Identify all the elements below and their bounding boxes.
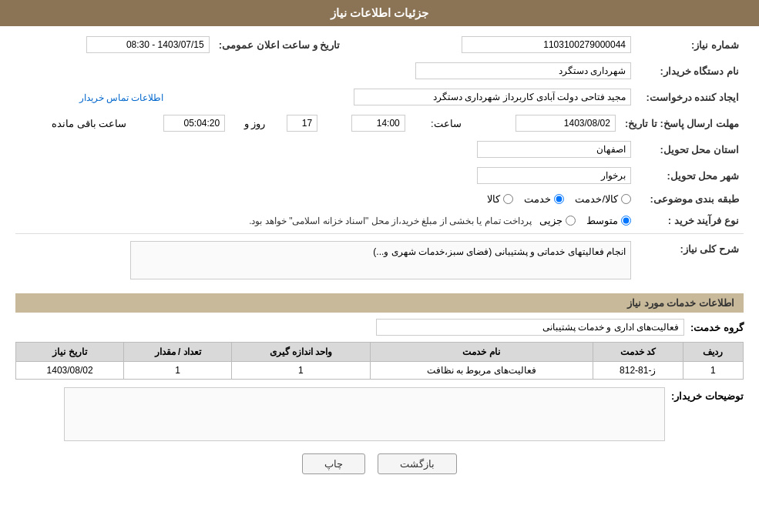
services-section-header: اطلاعات خدمات مورد نیاز [15, 293, 744, 313]
category-kala-label: کالا [487, 193, 500, 205]
category-kala-khadamat-label: کالا/خدمت [575, 193, 618, 205]
need-number-label: شماره نیاز: [636, 34, 744, 55]
category-kala-khadamat-option[interactable]: کالا/خدمت [575, 193, 631, 205]
category-khadamat-radio[interactable] [554, 194, 564, 204]
deadline-time-cell [321, 112, 410, 134]
contact-link[interactable]: اطلاعات تماس خریدار [79, 92, 164, 103]
col-name-header: نام خدمت [370, 343, 593, 362]
back-button[interactable]: بازگشت [378, 453, 457, 474]
buyer-org-input[interactable] [415, 62, 631, 79]
purchase-radio-group: متوسط جزیی [539, 215, 631, 226]
province-label: استان محل تحویل: [636, 139, 744, 160]
deadline-table: مهلت ارسال پاسخ: تا تاریخ: ساعت: روز و س… [15, 112, 744, 134]
buyer-desc-textarea[interactable] [64, 387, 665, 441]
table-cell-name: فعالیت‌های مربوط به نظافت [370, 362, 593, 380]
province-input[interactable] [477, 141, 631, 158]
category-options: کالا/خدمت خدمت کالا [15, 191, 636, 207]
deadline-days-input[interactable] [287, 115, 317, 132]
province-table: استان محل تحویل: [15, 139, 744, 160]
divider-1 [15, 233, 744, 234]
announcement-value [15, 34, 214, 55]
city-label: شهر محل تحویل: [636, 165, 744, 186]
col-quantity-header: تعداد / مقدار [124, 343, 232, 362]
print-button[interactable]: چاپ [302, 453, 365, 474]
deadline-remaining-input[interactable] [163, 115, 225, 132]
category-kala-option[interactable]: کالا [487, 193, 513, 205]
table-cell-row: 1 [683, 362, 743, 380]
announcement-label: تاریخ و ساعت اعلان عمومی: [214, 34, 345, 55]
bottom-buttons: بازگشت چاپ [15, 453, 744, 474]
deadline-date-cell [466, 112, 620, 134]
purchase-jozee-option[interactable]: جزیی [539, 215, 576, 226]
deadline-time-label: ساعت: [410, 112, 466, 134]
col-code-header: کد خدمت [593, 343, 683, 362]
purchase-jozee-radio[interactable] [566, 216, 576, 226]
service-table: ردیف کد خدمت نام خدمت واحد اندازه گیری ت… [15, 342, 744, 380]
deadline-date-input[interactable] [516, 115, 616, 132]
general-need-table: شرح کلی نیاز: انجام فعالیتهای خدماتی و پ… [15, 239, 744, 284]
creator-label: ایجاد کننده درخواست: [636, 86, 744, 108]
purchase-motavaset-radio[interactable] [621, 216, 631, 226]
city-input[interactable] [477, 167, 631, 184]
buyer-org-label: نام دستگاه خریدار: [636, 60, 744, 82]
category-table: طبقه بندی موضوعی: کالا/خدمت خدمت [15, 191, 744, 207]
buyer-org-table: نام دستگاه خریدار: [15, 60, 744, 82]
creator-value [168, 86, 636, 108]
purchase-jozee-label: جزیی [539, 215, 563, 226]
purchase-motavaset-option[interactable]: متوسط [586, 215, 631, 226]
table-cell-code: ز-81-812 [593, 362, 683, 380]
deadline-days-value [268, 112, 321, 134]
purchase-motavaset-label: متوسط [586, 215, 618, 226]
service-group-input[interactable] [376, 319, 684, 336]
category-radio-group: کالا/خدمت خدمت کالا [20, 193, 631, 205]
category-khadamat-label: خدمت [524, 193, 551, 205]
main-content: شماره نیاز: تاریخ و ساعت اعلان عمومی: نا… [0, 26, 759, 490]
general-need-label: شرح کلی نیاز: [636, 239, 744, 284]
service-group-row: گروه خدمت: [15, 319, 744, 336]
table-cell-date: 1403/08/02 [16, 362, 124, 380]
top-info-table: شماره نیاز: تاریخ و ساعت اعلان عمومی: [15, 34, 744, 55]
deadline-remaining-label: ساعت باقی مانده [15, 112, 129, 134]
category-kala-radio[interactable] [503, 194, 513, 204]
purchase-note: پرداخت تمام یا بخشی از مبلغ خرید،از محل … [249, 216, 532, 226]
purchase-type-options: متوسط جزیی پرداخت تمام یا بخشی از مبلغ خ… [15, 212, 636, 229]
category-kala-khadamat-radio[interactable] [621, 194, 631, 204]
table-row: 1ز-81-812فعالیت‌های مربوط به نظافت111403… [16, 362, 744, 380]
need-number-value [368, 34, 636, 55]
deadline-day-label: روز و [230, 112, 268, 134]
deadline-label: مهلت ارسال پاسخ: تا تاریخ: [620, 112, 744, 134]
deadline-time-input[interactable] [351, 115, 405, 132]
general-need-value: انجام فعالیتهای خدماتی و پشتیبانی (فضای … [15, 239, 636, 284]
announcement-input[interactable] [86, 36, 210, 53]
buyer-desc-section: توضیحات خریدار: [15, 387, 744, 441]
general-need-textarea[interactable]: انجام فعالیتهای خدماتی و پشتیبانی (فضای … [130, 241, 631, 279]
category-khadamat-option[interactable]: خدمت [524, 193, 564, 205]
page-header: جزئیات اطلاعات نیاز [0, 0, 759, 26]
page-wrapper: جزئیات اطلاعات نیاز شماره نیاز: تاریخ و … [0, 0, 759, 532]
need-number-input[interactable] [462, 36, 631, 53]
purchase-type-table: نوع فرآیند خرید : متوسط جزیی [15, 212, 744, 229]
creator-input[interactable] [354, 89, 631, 105]
category-label: طبقه بندی موضوعی: [636, 191, 744, 207]
table-cell-unit: 1 [232, 362, 370, 380]
page-title: جزئیات اطلاعات نیاز [331, 6, 428, 19]
city-value [15, 165, 636, 186]
col-unit-header: واحد اندازه گیری [232, 343, 370, 362]
deadline-remaining-cell [129, 112, 230, 134]
buyer-org-value [15, 60, 636, 82]
col-row-header: ردیف [683, 343, 743, 362]
services-section-label: اطلاعات خدمات مورد نیاز [627, 297, 734, 309]
province-value [15, 139, 636, 160]
purchase-type-label: نوع فرآیند خرید : [636, 212, 744, 229]
buyer-desc-row: توضیحات خریدار: [15, 387, 744, 441]
creator-table: ایجاد کننده درخواست: اطلاعات تماس خریدار [15, 86, 744, 108]
city-table: شهر محل تحویل: [15, 165, 744, 186]
service-group-label: گروه خدمت: [690, 322, 744, 333]
col-date-header: تاریخ نیاز [16, 343, 124, 362]
table-cell-quantity: 1 [124, 362, 232, 380]
buyer-desc-label: توضیحات خریدار: [671, 387, 744, 402]
